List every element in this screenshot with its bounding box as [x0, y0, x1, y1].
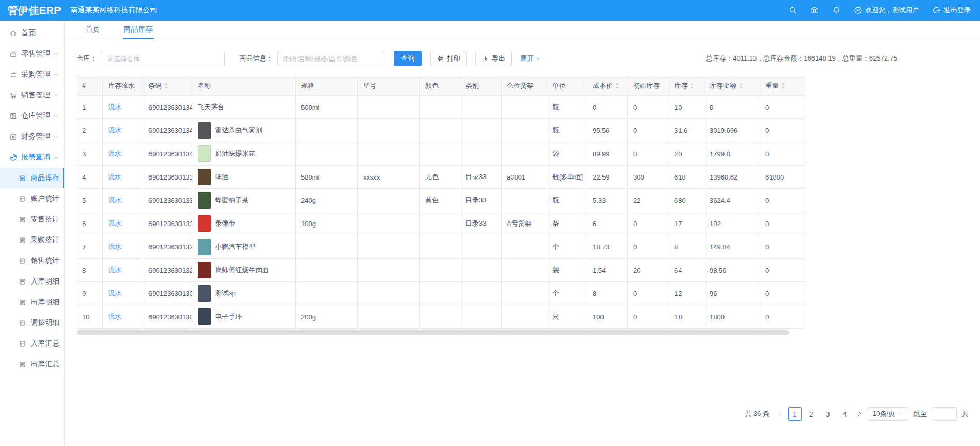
chevron-down-icon: [53, 93, 59, 98]
sidebar-item-sales-stats[interactable]: 销售统计: [0, 250, 64, 271]
bell-icon[interactable]: [832, 6, 840, 14]
column-header-weight[interactable]: 重量: [760, 76, 804, 96]
sidebar-item-label: 采购统计: [31, 235, 59, 245]
page-size-value: 10条/页: [872, 409, 895, 419]
doc-icon: [19, 236, 26, 244]
sidebar-item-retail-stats[interactable]: 零售统计: [0, 209, 64, 230]
cell-value: 1799.8: [710, 150, 730, 158]
cell-value: 18: [674, 313, 682, 321]
sidebar-item-inbound-summary[interactable]: 入库汇总: [0, 333, 64, 354]
cell-barcode: 6901236301337: [143, 189, 192, 212]
column-header-amount[interactable]: 库存金额: [704, 76, 760, 96]
tab-home[interactable]: 首页: [84, 21, 101, 39]
expand-toggle[interactable]: 展开: [520, 54, 541, 63]
cell-init_stock: 0: [628, 235, 669, 259]
cell-spec: [296, 282, 358, 305]
next-page-button[interactable]: [856, 411, 863, 417]
sidebar-item-finance-mgmt[interactable]: 财务管理: [0, 126, 64, 147]
cell-category: [460, 142, 502, 166]
cell-value: 13960.62: [710, 173, 737, 181]
product-info-input[interactable]: [277, 51, 383, 66]
welcome-user[interactable]: 欢迎您，测试用户: [854, 6, 919, 15]
search-button[interactable]: 查询: [394, 51, 422, 66]
sidebar-item-home[interactable]: 首页: [0, 23, 64, 43]
sidebar-item-report-query[interactable]: 报表查询: [0, 147, 64, 168]
cell-value: 100: [593, 313, 604, 321]
flow-link[interactable]: 流水: [108, 243, 122, 250]
flow-link[interactable]: 流水: [108, 126, 122, 134]
cell-color: [420, 282, 460, 305]
column-label: 初始库存: [633, 81, 660, 91]
sidebar-item-product-stock[interactable]: 商品库存: [0, 168, 64, 188]
flow-link[interactable]: 流水: [108, 266, 122, 274]
cell-value: 680: [674, 197, 686, 204]
table-row: 6流水6901236301331录像带100g目录33A号货架条60171020: [77, 212, 804, 235]
column-header-barcode[interactable]: 条码: [143, 76, 192, 96]
doc-icon: [19, 340, 26, 348]
sidebar-item-outbound-detail[interactable]: 出库明细: [0, 292, 64, 313]
flow-link[interactable]: 流水: [108, 219, 122, 227]
cell-value: xxsxx: [363, 173, 380, 181]
sidebar-item-inbound-detail[interactable]: 入库明细: [0, 271, 64, 292]
jump-page-input[interactable]: [932, 407, 957, 421]
page-button-4[interactable]: 4: [838, 407, 851, 421]
cell-weight: 0: [760, 235, 804, 259]
cell-unit: 袋: [547, 259, 587, 282]
cell-num: 3: [77, 142, 103, 166]
sort-caret-icon[interactable]: [690, 82, 695, 90]
prev-page-button[interactable]: [777, 411, 783, 417]
cell-num: 5: [77, 189, 103, 212]
sidebar-item-purchase-stats[interactable]: 采购统计: [0, 230, 64, 250]
column-label: 规格: [301, 81, 314, 91]
page-size-select[interactable]: 10条/页: [868, 407, 908, 421]
cell-stock: 31.6: [669, 119, 704, 142]
cell-cost: 1.54: [587, 259, 628, 282]
flow-link[interactable]: 流水: [108, 196, 122, 204]
export-button[interactable]: 导出: [475, 51, 512, 66]
sort-caret-icon[interactable]: [738, 82, 743, 90]
doc-icon: [19, 174, 26, 182]
sidebar-item-transfer-detail[interactable]: 调拨明细: [0, 313, 64, 333]
flow-link[interactable]: 流水: [108, 289, 122, 297]
column-label: 仓位货架: [507, 81, 534, 91]
cell-value: 瓶: [552, 103, 559, 111]
print-button[interactable]: 打印: [430, 51, 467, 66]
page-button-2[interactable]: 2: [805, 407, 818, 421]
scrollbar-thumb[interactable]: [77, 330, 789, 335]
cell-value: 20: [674, 150, 682, 158]
sidebar-item-label: 商品库存: [31, 173, 59, 183]
flow-link[interactable]: 流水: [108, 173, 122, 181]
cell-barcode: 6901236301322: [143, 235, 192, 259]
horizontal-scrollbar[interactable]: [77, 330, 804, 335]
cell-value: 只: [552, 313, 559, 320]
cell-value: 0: [765, 103, 769, 111]
sidebar-item-outbound-summary[interactable]: 出库汇总: [0, 354, 64, 375]
sort-caret-icon[interactable]: [615, 82, 620, 90]
sidebar-item-retail-mgmt[interactable]: 零售管理: [0, 43, 64, 64]
bank-icon[interactable]: [810, 6, 819, 14]
page-button-3[interactable]: 3: [821, 407, 835, 421]
warehouse-select-input[interactable]: [101, 51, 225, 66]
cell-spec: 580ml: [296, 166, 358, 189]
column-header-cost[interactable]: 成本价: [587, 76, 628, 96]
cell-value: 目录33: [465, 173, 486, 181]
column-header-model: 型号: [358, 76, 420, 96]
sidebar-item-account-stats[interactable]: 账户统计: [0, 188, 64, 209]
sort-caret-icon[interactable]: [781, 82, 786, 90]
page-button-1[interactable]: 1: [788, 407, 802, 421]
logout-button[interactable]: 退出登录: [932, 6, 971, 15]
flow-link[interactable]: 流水: [108, 150, 122, 157]
cell-value: 0: [765, 197, 769, 204]
flow-link[interactable]: 流水: [108, 103, 122, 111]
sidebar-item-warehouse-mgmt[interactable]: 仓库管理: [0, 106, 64, 126]
search-icon[interactable]: [789, 6, 797, 14]
sidebar-item-sales-mgmt[interactable]: 销售管理: [0, 85, 64, 106]
flow-link[interactable]: 流水: [108, 313, 122, 320]
sort-caret-icon[interactable]: [164, 82, 169, 90]
cell-value: 条: [552, 219, 559, 227]
tab-product-stock[interactable]: 商品库存: [123, 21, 154, 39]
column-header-stock[interactable]: 库存: [669, 76, 704, 96]
sidebar-item-purchase-mgmt[interactable]: 采购管理: [0, 64, 64, 85]
column-label: 库存金额: [710, 81, 736, 91]
table-row: 3流水6901236301340奶油味爆米花袋89.990201799.80: [77, 142, 804, 166]
